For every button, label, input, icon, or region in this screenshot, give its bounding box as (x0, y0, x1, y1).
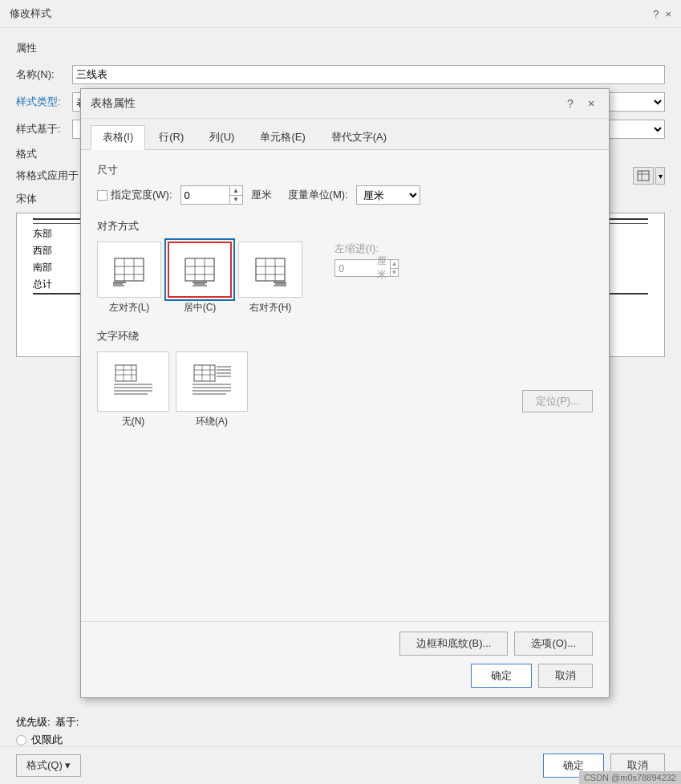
dropdown-arrow-icon[interactable]: ▾ (655, 167, 665, 185)
wrap-item-none[interactable]: 无(N) (97, 351, 169, 429)
wrap-item-around[interactable]: 环绕(A) (176, 351, 248, 429)
bg-title-bar: 修改样式 ? × (0, 0, 681, 28)
dialog-bottom-actions: 边框和底纹(B)... 选项(O)... (97, 632, 593, 656)
align-item-right[interactable]: 右对齐(H) (238, 242, 302, 315)
size-section-title: 尺寸 (97, 163, 593, 177)
bg-close-btn[interactable]: × (665, 8, 671, 20)
wrap-section-title: 文字环绕 (97, 329, 593, 343)
options-btn[interactable]: 选项(O)... (514, 632, 593, 656)
table-properties-dialog: 表格属性 ? × 表格(I) 行(R) 列(U) 单元格(E) 替代文字(A) … (80, 88, 610, 698)
bg-style-base-label: 样式基于: (16, 122, 72, 136)
dialog-help-btn[interactable]: ? (562, 95, 578, 112)
dialog-tabs: 表格(I) 行(R) 列(U) 单元格(E) 替代文字(A) (81, 119, 609, 150)
width-spinner: ▲ ▼ (229, 186, 242, 204)
tab-table[interactable]: 表格(I) (91, 125, 145, 150)
bg-priority-label: 优先级: (16, 715, 51, 729)
dialog-cancel-btn[interactable]: 取消 (538, 664, 593, 688)
dialog-confirm-row: 确定 取消 (97, 664, 593, 688)
align-item-left[interactable]: 左对齐(L) (97, 242, 161, 315)
table-align-icon[interactable] (633, 167, 654, 185)
align-section-title: 对齐方式 (97, 219, 593, 234)
tab-alt-text[interactable]: 替代文字(A) (319, 125, 399, 149)
size-row: 指定宽度(W): ▲ ▼ 厘米 度量单位(M): 厘米 (97, 185, 593, 205)
svg-rect-27 (116, 365, 136, 381)
dialog-bottom-right: 边框和底纹(B)... 选项(O)... (399, 632, 593, 656)
width-input-group: ▲ ▼ (180, 185, 243, 205)
tab-cell[interactable]: 单元格(E) (248, 125, 317, 149)
svg-rect-36 (194, 365, 215, 381)
align-options: 左对齐(L) (97, 242, 593, 315)
align-left-group: 左对齐(L) (97, 242, 302, 315)
specify-width-checkbox-label: 指定宽度(W): (97, 188, 172, 202)
svg-rect-19 (256, 258, 285, 281)
right-align-label: 右对齐(H) (249, 301, 292, 315)
width-input[interactable] (181, 186, 229, 204)
indent-input-group: 厘米 ▲ ▼ (334, 259, 399, 277)
wrap-none-icon (109, 360, 157, 404)
align-icon-left (97, 242, 161, 298)
bg-only-row: 仅限此 (16, 733, 665, 747)
indent-spinner-up[interactable]: ▲ (391, 260, 398, 269)
indent-unit: 厘米 (375, 254, 390, 282)
indent-spinner: ▲ ▼ (390, 260, 398, 276)
bg-name-row: 名称(N): (16, 65, 665, 84)
csdn-bar: CSDN @m0s78894232 (579, 771, 681, 784)
size-section: 尺寸 指定宽度(W): ▲ ▼ 厘米 度量单位(M): 厘米 (97, 163, 593, 205)
left-align-table-icon (111, 252, 147, 287)
bg-priority-row: 优先级: 基于: (16, 715, 665, 729)
indent-spinner-down[interactable]: ▼ (391, 269, 398, 277)
wrap-icon-none (97, 351, 169, 412)
indent-group: 左缩进(I): 厘米 ▲ ▼ (334, 242, 399, 277)
bg-window-title: 修改样式 (10, 6, 51, 21)
center-align-label: 居中(C) (184, 301, 217, 315)
svg-rect-11 (185, 258, 214, 281)
tab-column[interactable]: 列(U) (197, 125, 246, 149)
center-align-table-icon (182, 252, 217, 287)
only-this-radio[interactable] (16, 735, 26, 745)
width-spinner-down[interactable]: ▼ (230, 196, 242, 205)
bg-style-type-label: 样式类型: (16, 95, 72, 109)
width-spinner-up[interactable]: ▲ (230, 186, 242, 196)
left-align-label: 左对齐(L) (109, 301, 150, 315)
format-apply-text: 将格式应用于 (16, 169, 79, 183)
tab-row[interactable]: 行(R) (147, 125, 196, 149)
bg-attributes-label: 属性 (16, 41, 665, 55)
unit-select[interactable]: 厘米 (356, 185, 420, 205)
dialog-body: 尺寸 指定宽度(W): ▲ ▼ 厘米 度量单位(M): 厘米 (81, 150, 609, 456)
wrap-options: 无(N) (97, 351, 248, 429)
border-shading-btn[interactable]: 边框和底纹(B)... (399, 632, 508, 656)
bg-base-label: 基于: (55, 715, 79, 729)
align-section: 对齐方式 (97, 219, 593, 315)
bg-help-btn[interactable]: ? (653, 8, 659, 20)
wrap-around-icon (188, 360, 236, 404)
align-item-center[interactable]: 居中(C) (168, 242, 232, 315)
svg-rect-3 (115, 258, 144, 281)
dialog-title-buttons: ? × (562, 95, 599, 112)
dialog-bottom: 边框和底纹(B)... 选项(O)... 确定 取消 (81, 621, 609, 697)
wrap-options-row: 无(N) (97, 351, 593, 429)
dialog-close-btn[interactable]: × (583, 95, 599, 112)
dialog-title-bar: 表格属性 ? × (81, 89, 609, 119)
wrap-section: 文字环绕 (97, 329, 593, 429)
bg-format-btn[interactable]: 格式(Q) ▾ (16, 754, 81, 777)
specify-width-label: 指定宽度(W): (111, 188, 172, 202)
indent-input[interactable] (335, 260, 375, 276)
align-icon-right (238, 242, 302, 298)
svg-rect-0 (638, 171, 649, 181)
specify-width-checkbox[interactable] (97, 190, 107, 201)
width-unit-label: 厘米 (251, 188, 272, 202)
dialog-title: 表格属性 (91, 96, 136, 111)
only-this-label: 仅限此 (31, 733, 63, 747)
dialog-confirm-btn[interactable]: 确定 (471, 664, 532, 688)
align-icon-center (168, 242, 232, 298)
bg-name-label: 名称(N): (16, 67, 72, 82)
bg-name-input[interactable] (72, 65, 665, 84)
wrap-icon-around (176, 351, 248, 412)
right-align-table-icon (253, 252, 288, 287)
wrap-around-label: 环绕(A) (196, 415, 228, 429)
wrap-none-label: 无(N) (122, 415, 145, 429)
unit-label: 度量单位(M): (288, 188, 348, 202)
position-btn[interactable]: 定位(P)... (522, 390, 593, 412)
